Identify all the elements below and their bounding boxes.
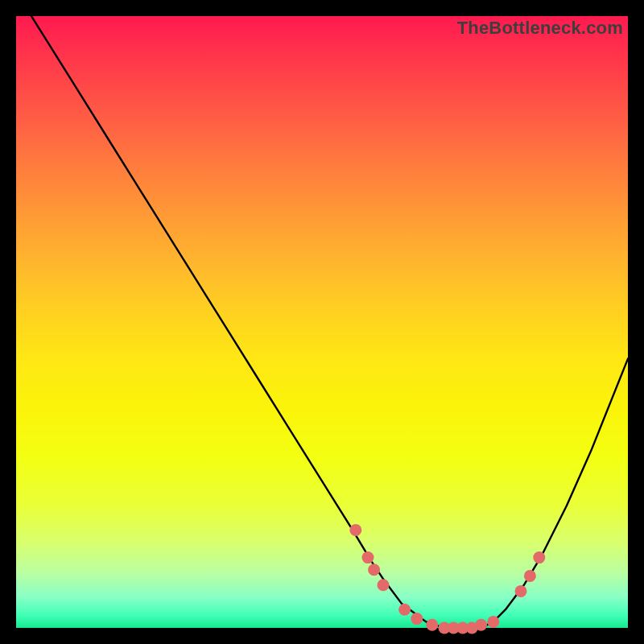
- data-dot: [378, 579, 390, 591]
- bottleneck-curve: [16, 0, 628, 628]
- watermark-text: TheBottleneck.com: [457, 18, 623, 39]
- data-dot: [349, 524, 361, 536]
- data-dot: [524, 570, 536, 582]
- data-dot: [475, 619, 487, 631]
- data-dot: [362, 551, 374, 564]
- chart-svg: [16, 16, 628, 628]
- data-dot: [487, 616, 499, 628]
- data-dot: [515, 585, 527, 597]
- data-dot: [368, 564, 380, 576]
- data-dots: [349, 524, 545, 634]
- chart-frame: TheBottleneck.com: [16, 16, 628, 628]
- data-dot: [533, 551, 545, 564]
- data-dot: [411, 613, 423, 625]
- data-dot: [426, 619, 438, 631]
- data-dot: [398, 604, 411, 616]
